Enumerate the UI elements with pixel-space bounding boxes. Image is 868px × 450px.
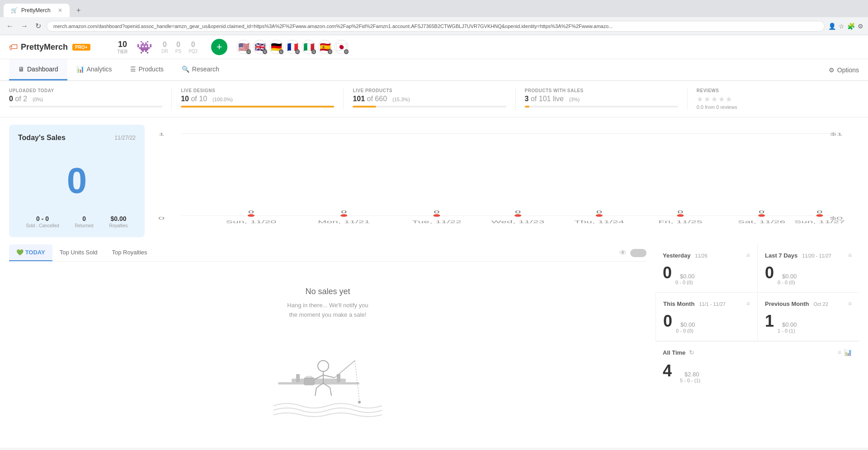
svg-point-6: [246, 214, 256, 217]
browser-tab[interactable]: 🛒 PrettyMerch ✕: [4, 4, 70, 17]
live-products-stat: LIVE PRODUCTS 101 of 660 (15.3%): [343, 88, 515, 110]
returned-stat: 0 Returned: [75, 215, 94, 228]
new-tab-button[interactable]: +: [71, 4, 86, 17]
tier-label: TIER: [118, 49, 128, 54]
live-designs-value: 10 of 10: [181, 95, 207, 103]
nav-dashboard[interactable]: 🖥 Dashboard: [9, 59, 67, 80]
all-time-stats-row: 4 $2.80 5 - 0 - (1): [663, 361, 852, 383]
svg-rect-33: [278, 382, 359, 384]
pq-stat: 0 PQ2: [189, 41, 198, 54]
yesterday-title-group: Yesterday 11/26: [663, 252, 708, 259]
today-tab-label: TODAY: [25, 249, 45, 256]
tier-number: 10: [118, 40, 128, 49]
yesterday-money: $0.00: [680, 273, 695, 280]
no-sales-description: Hang in there... We'll notify youthe mom…: [18, 301, 637, 320]
add-button[interactable]: +: [211, 39, 227, 55]
products-icon: ☰: [130, 66, 136, 73]
yesterday-list-icon[interactable]: ≡: [746, 252, 750, 259]
this-month-money-detail: $0.00 0 - 0 (0): [676, 321, 695, 333]
options-label: Options: [837, 66, 859, 74]
uploaded-today-total: of 2: [15, 95, 27, 103]
uploaded-today-pct: (0%): [33, 97, 43, 102]
tab-toggle: 👁: [619, 249, 646, 257]
nav-products[interactable]: ☰ Products: [121, 59, 173, 80]
svg-text:0: 0: [515, 210, 521, 214]
svg-point-7: [339, 214, 349, 217]
back-button[interactable]: ←: [5, 20, 15, 32]
ps-stat: 0 PS: [175, 41, 181, 54]
svg-point-9: [513, 214, 523, 217]
settings-icon[interactable]: ⚙: [858, 23, 863, 30]
flag-fr[interactable]: 🇫🇷0: [285, 40, 300, 54]
svg-text:0: 0: [434, 210, 440, 214]
products-with-sales-track: [525, 106, 678, 108]
svg-text:Sun, 11/20: Sun, 11/20: [226, 220, 277, 224]
svg-line-41: [330, 388, 331, 396]
svg-point-12: [757, 214, 766, 217]
dr-label: DR: [161, 49, 168, 54]
svg-point-34: [318, 361, 329, 371]
flag-de-badge: 0: [279, 49, 283, 54]
tab-today[interactable]: 💚 TODAY: [9, 244, 52, 261]
tab-close-icon[interactable]: ✕: [58, 7, 62, 14]
tab-top-royalties[interactable]: Top Royalties: [105, 244, 155, 261]
extension-puzzle-icon[interactable]: 🧩: [847, 23, 855, 30]
nav-products-label: Products: [139, 66, 164, 73]
reload-button[interactable]: ↻: [33, 20, 43, 32]
last7days-units: 0: [765, 263, 774, 282]
all-time-action-icons: ≡ 📊: [838, 349, 852, 356]
chart-view-icon[interactable]: 📊: [844, 349, 852, 356]
list-view-icon[interactable]: ≡: [838, 349, 841, 356]
this-month-stats-row: 0 $0.00 0 - 0 (0): [663, 312, 750, 333]
star-icon[interactable]: ☆: [839, 23, 844, 30]
nav-research[interactable]: 🔍 Research: [173, 59, 228, 80]
svg-text:0: 0: [678, 210, 684, 214]
sales-stats: 0 - 0 Sold - Cancelled 0 Returned $0.00 …: [18, 215, 136, 228]
products-with-sales-stat: PRODUCTS WITH SALES 3 of 101 live (3%): [515, 88, 687, 110]
all-time-money: $2.80: [684, 371, 700, 378]
last7days-cell: Last 7 Days 11/20 - 11/27 ≡ 0 $0.00 0 - …: [757, 244, 859, 293]
last7days-date: 11/20 - 11/27: [802, 253, 831, 258]
this-month-header: This Month 11/1 - 11/27 ≡: [663, 300, 750, 307]
flag-gb[interactable]: 🇬🇧0: [253, 40, 267, 54]
flag-us[interactable]: 🇺🇸0: [236, 40, 251, 54]
flag-de[interactable]: 🇩🇪0: [269, 40, 283, 54]
flag-it[interactable]: 🇮🇹0: [302, 40, 316, 54]
tabs-nav: 💚 TODAY Top Units Sold Top Royalties 👁: [9, 244, 646, 262]
flag-gb-badge: 0: [263, 49, 267, 54]
app-header: 🏷 PrettyMerch PRO+ 10 TIER 👾 0 DR 0 PS: [0, 35, 868, 59]
this-month-title-group: This Month 11/1 - 11/27: [663, 300, 726, 307]
svg-text:Wed, 11/23: Wed, 11/23: [491, 220, 545, 224]
toggle-switch[interactable]: [630, 249, 646, 257]
url-bar[interactable]: merch.amazon.com/dashboard?openid.assoc_…: [47, 21, 825, 32]
nav-analytics-label: Analytics: [87, 66, 112, 73]
svg-text:0: 0: [817, 210, 823, 214]
all-time-header: All Time ↻ ≡ 📊: [663, 349, 852, 356]
last7days-stats-row: 0 $0.00 0 - 0 (0): [765, 263, 852, 285]
app-container: 🏷 PrettyMerch PRO+ 10 TIER 👾 0 DR 0 PS: [0, 35, 868, 448]
all-time-money-detail: $2.80 5 - 0 - (1): [680, 371, 700, 383]
prev-month-units: 1: [765, 312, 774, 331]
dr-stat: 0 DR: [161, 41, 168, 54]
svg-point-8: [432, 214, 442, 217]
star-4: ★: [718, 95, 725, 103]
sold-cancelled-stat: 0 - 0 Sold - Cancelled: [26, 215, 59, 228]
products-with-sales-pct: (3%): [569, 97, 580, 102]
tab-top-units[interactable]: Top Units Sold: [52, 244, 105, 261]
last7days-list-icon[interactable]: ≡: [848, 252, 852, 259]
forward-button[interactable]: →: [19, 20, 30, 32]
options-button[interactable]: ⚙ Options: [829, 66, 859, 74]
analytics-icon: 📊: [76, 66, 84, 73]
flag-jp[interactable]: 🇯🇵0: [334, 40, 349, 54]
flag-es-badge: 0: [328, 49, 332, 54]
svg-text:Thu, 11/24: Thu, 11/24: [574, 220, 624, 224]
flag-es[interactable]: 🇪🇸0: [318, 40, 332, 54]
eye-icon: 👁: [619, 249, 627, 257]
profile-icon[interactable]: 👤: [828, 23, 836, 30]
bottom-section: 💚 TODAY Top Units Sold Top Royalties 👁 N…: [0, 244, 868, 448]
reviews-stat: REVIEWS ★ ★ ★ ★ ★ 0.0 from 0 reviews: [687, 88, 859, 110]
prev-month-list-icon[interactable]: ≡: [848, 300, 852, 307]
this-month-list-icon[interactable]: ≡: [746, 300, 750, 307]
nav-analytics[interactable]: 📊 Analytics: [67, 59, 121, 80]
refresh-icon[interactable]: ↻: [689, 349, 694, 356]
